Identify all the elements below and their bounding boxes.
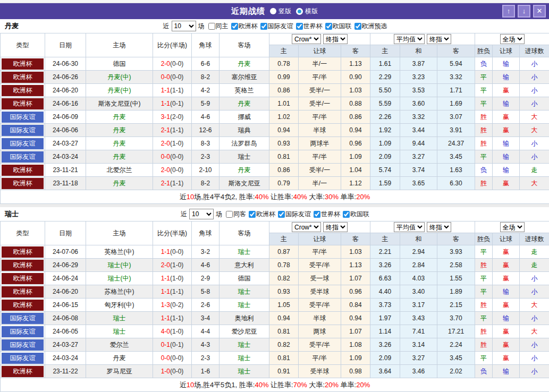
sub-column-header: 主: [269, 45, 299, 57]
avg-away: 5.94: [437, 57, 475, 71]
close-icon[interactable]: ✕: [533, 5, 546, 18]
avg-final-select[interactable]: 终指: [427, 222, 451, 232]
result-winloss: 平: [475, 312, 493, 325]
result-goals: 小: [520, 71, 549, 84]
league-checkbox[interactable]: [343, 211, 350, 218]
odds-home: 1.05: [269, 299, 299, 312]
result-goals: 小: [520, 352, 549, 365]
league-filter-option[interactable]: 世界杯: [311, 210, 340, 219]
away-team: 法罗群岛: [219, 137, 269, 150]
odds-source-select[interactable]: Crow*: [292, 34, 321, 44]
same-venue-option[interactable]: 同主: [206, 22, 229, 31]
move-up-button[interactable]: ↑: [502, 5, 515, 18]
summary-segment: 10: [187, 193, 194, 201]
avg-draw: 3.40: [400, 285, 437, 299]
scope-select[interactable]: 全场: [500, 222, 525, 232]
corner-cell: 4-6: [192, 259, 219, 272]
avg-home: 2.21: [370, 245, 400, 259]
sub-column-header: 客: [341, 45, 370, 57]
league-filter-option[interactable]: 欧洲预选: [352, 22, 387, 31]
layout-radio-horizontal[interactable]: 横版: [296, 7, 318, 16]
move-down-button[interactable]: ↓: [518, 5, 530, 18]
halftime-score: (0-0): [170, 248, 183, 255]
odds-handicap: 半/一: [299, 57, 341, 71]
halftime-score: (0-0): [170, 60, 183, 67]
avg-draw: 3.53: [400, 84, 437, 97]
scope-select[interactable]: 全场: [500, 34, 525, 44]
odds-source-select[interactable]: Crow*: [292, 222, 321, 232]
result-handicap: 输: [493, 137, 520, 150]
odds-away: 0.86: [341, 110, 370, 124]
summary-segment: 场,胜4平4负2, 胜率:: [194, 193, 255, 201]
halftime-score: (1-1): [170, 180, 183, 187]
avg-home: 1.61: [370, 57, 400, 71]
home-team: 罗马尼亚: [86, 365, 153, 378]
away-team: 德国: [219, 272, 269, 285]
same-venue-checkbox[interactable]: [208, 23, 215, 30]
avg-final-select[interactable]: 终指: [427, 34, 451, 44]
league-filter-option[interactable]: 欧洲杯: [229, 22, 258, 31]
score-cell: 0-0(0-0): [153, 352, 192, 365]
odds-handicap: 受平/半: [299, 259, 341, 272]
league-checkbox[interactable]: [278, 211, 285, 218]
odds-away: 1.07: [341, 272, 370, 285]
halftime-score: (2-0): [170, 113, 183, 121]
odds-home: 0.99: [269, 71, 299, 84]
away-team: 瑞士: [219, 338, 269, 352]
team-section: 瑞士近10场同客欧洲杯国际友谊世界杯欧国联类型日期主场比分(半场)角球客场Cro…: [0, 207, 549, 392]
odds-home: 0.78: [269, 57, 299, 71]
league-filter-option[interactable]: 国际友谊: [275, 210, 311, 219]
same-venue-checkbox[interactable]: [226, 211, 233, 218]
match-count-select[interactable]: 10: [189, 209, 214, 219]
column-header: 角球: [192, 221, 219, 245]
league-checkbox[interactable]: [314, 211, 320, 218]
corner-cell: 8-2: [192, 177, 219, 190]
avg-home: 3.26: [370, 338, 400, 352]
average-select[interactable]: 平均值: [394, 222, 425, 232]
league-filter-option[interactable]: 欧洲杯: [246, 210, 275, 219]
result-goals: 小: [520, 150, 549, 164]
league-checkbox[interactable]: [260, 23, 267, 30]
home-team: 英格兰(中): [86, 245, 153, 259]
league-checkbox[interactable]: [354, 23, 361, 30]
layout-radio-vertical[interactable]: 竖版: [270, 7, 291, 16]
result-handicap: 赢: [493, 338, 520, 352]
league-checkbox[interactable]: [231, 23, 238, 30]
avg-away: 2.24: [437, 338, 475, 352]
avg-draw: 2.84: [400, 259, 437, 272]
fulltime-score: 1-1: [161, 314, 170, 322]
match-type-badge: 欧洲杯: [2, 85, 44, 96]
odds-away: 1.13: [341, 259, 370, 272]
odds-final-select[interactable]: 终指: [323, 222, 348, 232]
match-count-select[interactable]: 10: [172, 21, 196, 31]
column-header: 日期: [45, 221, 86, 245]
same-venue-option[interactable]: 同客: [223, 210, 246, 219]
home-team: 丹麦: [86, 110, 153, 124]
column-header: 日期: [45, 33, 86, 57]
match-row: 欧洲杯24-06-24瑞士(中)1-1(1-0)2-9德国0.82受一球1.07…: [1, 272, 549, 285]
league-filter-option[interactable]: 国际友谊: [258, 22, 293, 31]
away-team: 瑞士: [219, 245, 269, 259]
avg-draw: 3.44: [400, 124, 437, 137]
league-checkbox[interactable]: [249, 211, 256, 218]
sub-column-header: 主: [370, 45, 400, 57]
odds-away: 0.96: [341, 285, 370, 299]
league-filter-option[interactable]: 世界杯: [293, 22, 323, 31]
match-type-badge: 欧洲杯: [2, 98, 44, 109]
home-team: 丹麦(中): [86, 71, 153, 84]
league-filter-option[interactable]: 欧国联: [323, 22, 352, 31]
average-select[interactable]: 平均值: [394, 34, 425, 44]
result-goals: 大: [520, 124, 549, 137]
league-filter-option[interactable]: 欧国联: [340, 210, 369, 219]
odds-final-select[interactable]: 终指: [323, 34, 348, 44]
away-team: 丹麦: [219, 57, 269, 71]
league-checkbox[interactable]: [325, 23, 332, 30]
corner-cell: 2-3: [192, 352, 219, 365]
corner-cell: 3-2: [192, 245, 219, 259]
result-winloss: 负: [475, 57, 493, 71]
summary-segment: 70%: [293, 381, 307, 389]
score-cell: 1-1(1-1): [153, 285, 192, 299]
league-checkbox[interactable]: [296, 23, 303, 30]
result-handicap: 输: [493, 97, 520, 110]
avg-away: 3.32: [437, 71, 475, 84]
